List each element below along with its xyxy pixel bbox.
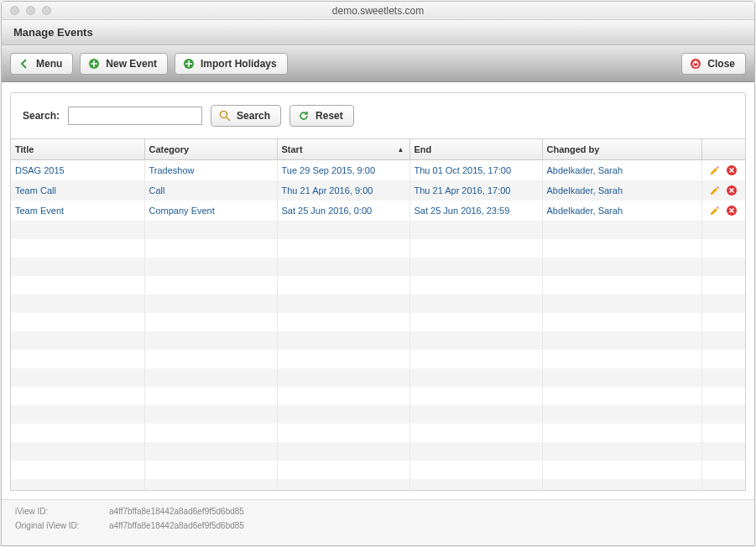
footer-iview-id: iView ID: a4ff7bffa8e18442a8ad6ef9f5d6bd… [15, 507, 741, 516]
table-row[interactable]: DSAG 2015TradeshowTue 29 Sep 2015, 9:00T… [11, 160, 745, 181]
cell-end: Sat 25 Jun 2016, 23:59 [409, 201, 542, 221]
iview-id-value: a4ff7bffa8e18442a8ad6ef9f5d6bd85 [109, 507, 244, 516]
minimize-window-icon[interactable] [26, 6, 35, 15]
import-holidays-button-label: Import Holidays [201, 58, 277, 70]
original-iview-id-value: a4ff7bffa8e18442a8ad6ef9f5d6bd85 [109, 521, 244, 530]
table-row-empty [11, 239, 745, 258]
column-header-end[interactable]: End [409, 139, 542, 160]
cell-start: Thu 21 Apr 2016, 9:00 [277, 180, 409, 201]
toolbar-right: Close [681, 53, 746, 75]
delete-icon[interactable] [726, 164, 738, 176]
cell-title: Team Call [11, 180, 144, 201]
sort-asc-icon: ▲ [398, 146, 404, 154]
cell-title: DSAG 2015 [11, 160, 144, 181]
search-input[interactable] [68, 107, 202, 125]
column-header-category[interactable]: Category [144, 139, 277, 160]
events-table-wrapper: Title Category Start▲ End Changed by DSA… [10, 138, 746, 491]
app-window: demo.sweetlets.com Manage Events Menu Ne… [1, 1, 755, 546]
table-row[interactable]: Team CallCallThu 21 Apr 2016, 9:00Thu 21… [11, 180, 745, 201]
cell-actions [701, 201, 745, 221]
window-title: demo.sweetlets.com [2, 5, 754, 17]
footer: iView ID: a4ff7bffa8e18442a8ad6ef9f5d6bd… [2, 499, 754, 545]
cell-changed-by: Abdelkader, Sarah [542, 160, 701, 181]
window-controls [2, 6, 51, 15]
column-header-start[interactable]: Start▲ [277, 139, 409, 160]
add-icon [88, 58, 100, 70]
table-row-empty [11, 331, 745, 350]
cell-actions [701, 180, 745, 201]
cell-title: Team Event [11, 201, 144, 221]
table-row-empty [11, 461, 745, 479]
delete-icon[interactable] [726, 185, 738, 196]
power-icon [690, 58, 701, 70]
reset-button-label: Reset [315, 110, 343, 122]
search-icon [219, 110, 231, 122]
table-row-empty [11, 294, 745, 313]
column-header-title[interactable]: Title [11, 139, 144, 160]
column-header-actions [701, 139, 745, 160]
refresh-icon [298, 110, 310, 122]
cell-category: Tradeshow [144, 160, 277, 181]
close-button[interactable]: Close [681, 53, 746, 75]
events-table: Title Category Start▲ End Changed by DSA… [11, 139, 745, 491]
cell-category: Call [144, 180, 277, 201]
new-event-button-label: New Event [106, 58, 157, 70]
edit-icon[interactable] [709, 185, 721, 196]
toolbar: Menu New Event Import Holidays Close [2, 45, 754, 82]
table-row-empty [11, 276, 745, 294]
search-label: Search: [23, 110, 60, 122]
window-titlebar: demo.sweetlets.com [2, 2, 754, 20]
reset-button[interactable]: Reset [289, 105, 354, 127]
search-button[interactable]: Search [211, 105, 281, 127]
column-header-changed-by[interactable]: Changed by [542, 139, 701, 160]
toolbar-left: Menu New Event Import Holidays [10, 53, 288, 75]
footer-original-iview-id: Original iView ID: a4ff7bffa8e18442a8ad6… [15, 521, 741, 530]
add-icon [183, 58, 195, 70]
new-event-button[interactable]: New Event [80, 53, 168, 75]
table-row-empty [11, 424, 745, 442]
cell-changed-by: Abdelkader, Sarah [542, 180, 701, 201]
close-window-icon[interactable] [10, 6, 19, 15]
cell-start: Sat 25 Jun 2016, 0:00 [277, 201, 409, 221]
table-row-empty [11, 313, 745, 331]
table-row-empty [11, 221, 745, 239]
table-header-row: Title Category Start▲ End Changed by [11, 139, 745, 160]
table-row-empty [11, 387, 745, 405]
table-row-empty [11, 258, 745, 276]
maximize-window-icon[interactable] [42, 6, 51, 15]
edit-icon[interactable] [709, 205, 721, 216]
table-row-empty [11, 368, 745, 387]
import-holidays-button[interactable]: Import Holidays [175, 53, 288, 75]
menu-button[interactable]: Menu [10, 53, 73, 75]
close-button-label: Close [707, 58, 735, 70]
table-row[interactable]: Team EventCompany EventSat 25 Jun 2016, … [11, 201, 745, 221]
page-title: Manage Events [13, 26, 93, 39]
iview-id-label: iView ID: [15, 507, 94, 516]
back-arrow-icon [18, 58, 30, 70]
original-iview-id-label: Original iView ID: [15, 521, 94, 530]
cell-actions [701, 160, 745, 181]
menu-button-label: Menu [36, 58, 62, 70]
table-row-empty [11, 350, 745, 368]
delete-icon[interactable] [726, 205, 738, 216]
page-header: Manage Events [2, 20, 754, 45]
table-row-empty [11, 442, 745, 461]
table-row-empty [11, 405, 745, 424]
svg-point-4 [221, 112, 227, 118]
table-row-empty [11, 479, 745, 491]
search-panel: Search: Search Reset [10, 92, 746, 138]
cell-start: Tue 29 Sep 2015, 9:00 [277, 160, 409, 181]
cell-changed-by: Abdelkader, Sarah [542, 201, 701, 221]
cell-end: Thu 01 Oct 2015, 17:00 [409, 160, 542, 181]
search-button-label: Search [237, 110, 270, 122]
edit-icon[interactable] [709, 164, 721, 176]
cell-end: Thu 21 Apr 2016, 17:00 [409, 180, 542, 201]
cell-category: Company Event [144, 201, 277, 221]
